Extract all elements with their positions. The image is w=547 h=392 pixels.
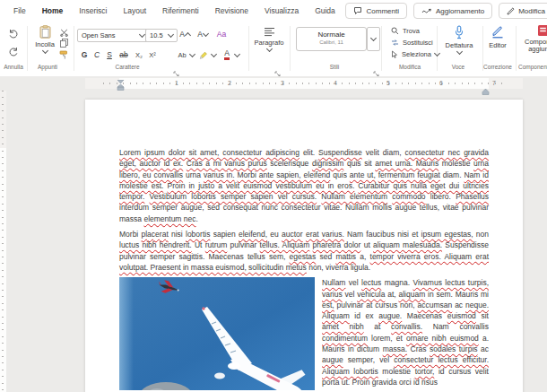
- paragraph-button[interactable]: Paragrafo: [253, 27, 285, 51]
- chevron-down-icon: [188, 50, 195, 57]
- replace-button[interactable]: Sostituisci: [391, 37, 433, 48]
- group-label-componenti: Componenti: [518, 64, 547, 70]
- shrink-font-button[interactable]: A: [195, 28, 210, 40]
- change-case-button[interactable]: Aa: [213, 28, 230, 40]
- comments-button[interactable]: Commenti: [345, 3, 406, 19]
- chevron-down-icon: [434, 49, 440, 56]
- strikethrough-letters: ab: [119, 50, 127, 59]
- superscript-letters: X²: [149, 51, 156, 59]
- highlight-dropdown[interactable]: [210, 48, 217, 61]
- word-window: File Home Inserisci Layout Riferimenti R…: [0, 0, 547, 392]
- redo-button[interactable]: [4, 44, 23, 58]
- dictate-button[interactable]: Dettatura: [445, 25, 473, 54]
- left-indent-marker[interactable]: [117, 78, 125, 94]
- cut-button[interactable]: [57, 28, 70, 38]
- document-page[interactable]: Lorem ipsum dolor sit amet, consectetur …: [85, 100, 523, 392]
- document-content: Lorem ipsum dolor sit amet, consectetur …: [119, 147, 489, 392]
- editor-button[interactable]: Editor: [484, 25, 511, 49]
- style-normale-card[interactable]: Normale Calibri, 11: [296, 27, 367, 51]
- grow-font-button[interactable]: A: [178, 28, 192, 40]
- undo-icon: [8, 29, 19, 39]
- chevron-down-icon: [139, 31, 145, 38]
- ruler-number: 3: [281, 80, 284, 86]
- replace-label: Sostituisci: [403, 39, 433, 47]
- catchup-label: Aggiornamento: [436, 7, 484, 15]
- editing-mode-label: Modifica: [518, 7, 545, 15]
- microphone-icon: [454, 25, 465, 39]
- styles-gallery-dropdown[interactable]: [367, 27, 380, 51]
- bold-button[interactable]: G: [79, 48, 90, 61]
- divider: [381, 26, 382, 71]
- underline-button[interactable]: S: [104, 48, 115, 61]
- paste-button[interactable]: Incolla: [32, 25, 57, 53]
- find-button[interactable]: Trova: [391, 25, 420, 36]
- chevron-down-icon: [233, 50, 239, 57]
- right-indent-marker[interactable]: [482, 83, 490, 99]
- italic-letter: C: [94, 50, 100, 59]
- text-effects-letters: Ab: [178, 51, 186, 59]
- select-label: Seleziona: [402, 50, 431, 58]
- font-color-dropdown[interactable]: [233, 48, 240, 61]
- addins-label: Componenti aggiuntivi: [525, 39, 547, 53]
- highlighter-icon: [199, 50, 208, 60]
- grow-font-letter: A: [179, 30, 185, 39]
- bold-letter: G: [82, 50, 88, 59]
- subscript-button[interactable]: X₂: [133, 48, 145, 61]
- figure-row: Nullam vel lectus magna. Vivamus lectus …: [119, 277, 489, 392]
- text-effects-dropdown[interactable]: [188, 48, 195, 61]
- vertical-ruler-ticks: [2, 91, 4, 392]
- text-effects-button[interactable]: Ab: [176, 48, 188, 61]
- ruler-number: 2: [228, 80, 231, 86]
- chevron-down-icon: [41, 48, 48, 54]
- font-size-select[interactable]: 10.5: [145, 29, 178, 42]
- tab-guida[interactable]: Guida: [307, 1, 343, 22]
- addin-icon: [537, 24, 547, 37]
- tab-visualizza[interactable]: Visualizza: [256, 1, 307, 22]
- italic-button[interactable]: C: [91, 48, 102, 61]
- chevron-down-icon: [168, 31, 174, 38]
- format-painter-button[interactable]: [57, 49, 70, 60]
- group-label-stili: Stili: [312, 64, 357, 70]
- tab-revisione[interactable]: Revisione: [207, 1, 256, 22]
- ruler-ticks: [103, 83, 507, 84]
- subscript-letters: X₂: [135, 51, 143, 59]
- select-button[interactable]: Seleziona: [391, 48, 439, 59]
- tab-home[interactable]: Home: [34, 1, 72, 22]
- tab-riferimenti[interactable]: Riferimenti: [154, 1, 207, 22]
- group-label-annulla: Annulla: [0, 64, 27, 70]
- editing-mode-button[interactable]: Modifica: [499, 3, 547, 19]
- highlight-button[interactable]: [197, 48, 210, 61]
- font-color-letter: A: [224, 49, 230, 60]
- airplanes-photo[interactable]: [119, 277, 315, 390]
- font-name-select[interactable]: Open Sans: [77, 29, 149, 42]
- strikethrough-button[interactable]: ab: [117, 48, 131, 61]
- editor-label: Editor: [489, 41, 507, 49]
- paragraph-3[interactable]: Nullam vel lectus magna. Vivamus lectus …: [322, 277, 489, 388]
- superscript-button[interactable]: X²: [146, 48, 159, 61]
- ribbon-tabs: File Home Inserisci Layout Riferimenti R…: [5, 1, 343, 22]
- catchup-button[interactable]: Aggiornamento: [413, 3, 492, 19]
- paragraph-2[interactable]: Morbi placerat nisi lobortis sapien elei…: [119, 229, 489, 273]
- group-label-voce: Voce: [443, 64, 473, 70]
- tab-file[interactable]: File: [5, 1, 34, 22]
- ribbon: Annulla Incolla Appunti Open: [0, 22, 547, 77]
- chevron-up-icon: [185, 31, 191, 38]
- tab-inserisci[interactable]: Inserisci: [71, 1, 115, 22]
- ruler-number: 1: [175, 80, 178, 86]
- undo-button[interactable]: [4, 26, 23, 40]
- addins-button[interactable]: Componenti aggiuntivi: [523, 24, 547, 53]
- group-label-appunti: Appunti: [27, 64, 68, 70]
- font-color-button[interactable]: A: [221, 48, 233, 61]
- ruler-number: 5: [386, 80, 390, 86]
- divider: [248, 26, 249, 71]
- comments-label: Commenti: [366, 7, 398, 15]
- paragraph-1[interactable]: Lorem ipsum dolor sit amet, consectetur …: [119, 147, 489, 224]
- font-size-value: 10.5: [150, 31, 163, 39]
- divider: [290, 26, 291, 71]
- ruler-number: 6: [439, 80, 443, 86]
- tab-layout[interactable]: Layout: [116, 1, 155, 22]
- comment-icon: [353, 6, 362, 15]
- menu-bar: File Home Inserisci Layout Riferimenti R…: [0, 0, 547, 22]
- copy-button[interactable]: [57, 38, 70, 48]
- style-name: Normale: [297, 30, 366, 39]
